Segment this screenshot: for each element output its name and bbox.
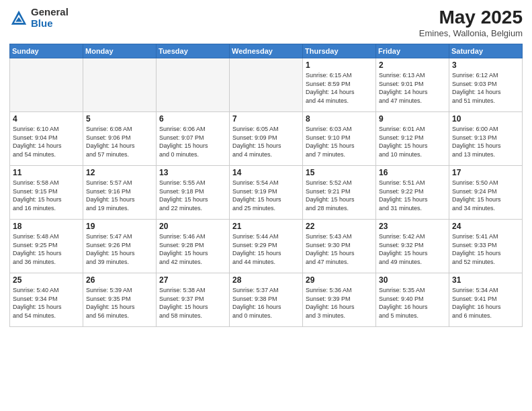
calendar-cell: 10Sunrise: 6:00 AM Sunset: 9:13 PM Dayli… [449,112,523,166]
calendar-cell: 5Sunrise: 6:08 AM Sunset: 9:06 PM Daylig… [83,112,157,166]
day-number: 26 [86,275,153,285]
day-number: 19 [86,222,153,231]
day-info: Sunrise: 5:36 AM Sunset: 9:39 PM Dayligh… [306,286,373,320]
logo: General Blue [9,7,69,29]
day-info: Sunrise: 5:51 AM Sunset: 9:22 PM Dayligh… [379,179,446,212]
day-number: 17 [452,168,519,177]
calendar-cell: 7Sunrise: 6:05 AM Sunset: 9:09 PM Daylig… [230,112,303,166]
weekday-header: Monday [83,44,157,58]
weekday-header: Friday [376,44,449,58]
calendar-cell: 31Sunrise: 5:34 AM Sunset: 9:41 PM Dayli… [449,273,523,327]
calendar-header-row: SundayMondayTuesdayWednesdayThursdayFrid… [10,44,523,58]
day-info: Sunrise: 5:58 AM Sunset: 9:15 PM Dayligh… [13,179,80,212]
day-number: 24 [452,222,519,231]
day-number: 13 [159,168,226,177]
day-info: Sunrise: 5:47 AM Sunset: 9:26 PM Dayligh… [86,232,153,266]
day-info: Sunrise: 6:08 AM Sunset: 9:06 PM Dayligh… [86,125,153,158]
calendar-cell: 22Sunrise: 5:43 AM Sunset: 9:30 PM Dayli… [303,220,376,273]
calendar-cell: 8Sunrise: 6:03 AM Sunset: 9:10 PM Daylig… [303,112,376,166]
calendar-cell: 11Sunrise: 5:58 AM Sunset: 9:15 PM Dayli… [10,166,83,220]
calendar-cell: 20Sunrise: 5:46 AM Sunset: 9:28 PM Dayli… [157,220,230,273]
day-info: Sunrise: 5:57 AM Sunset: 9:16 PM Dayligh… [86,179,153,212]
calendar-cell: 28Sunrise: 5:37 AM Sunset: 9:38 PM Dayli… [230,273,303,327]
day-number: 4 [13,114,80,124]
calendar-cell: 29Sunrise: 5:36 AM Sunset: 9:39 PM Dayli… [303,273,376,327]
page: General Blue May 2025 Emines, Wallonia, … [0,0,532,411]
title-area: May 2025 Emines, Wallonia, Belgium [419,7,523,38]
calendar-cell [83,58,157,112]
day-number: 31 [452,275,519,285]
day-number: 8 [306,114,373,124]
logo-general-text: General [31,7,69,18]
day-info: Sunrise: 6:15 AM Sunset: 8:59 PM Dayligh… [306,71,373,105]
day-info: Sunrise: 5:39 AM Sunset: 9:35 PM Dayligh… [86,286,153,320]
day-info: Sunrise: 5:54 AM Sunset: 9:19 PM Dayligh… [232,179,300,212]
weekday-header: Sunday [10,44,83,58]
day-info: Sunrise: 5:35 AM Sunset: 9:40 PM Dayligh… [379,286,446,320]
day-number: 6 [159,114,226,124]
calendar-cell: 13Sunrise: 5:55 AM Sunset: 9:18 PM Dayli… [157,166,230,220]
day-info: Sunrise: 5:48 AM Sunset: 9:25 PM Dayligh… [13,232,80,266]
calendar-cell: 30Sunrise: 5:35 AM Sunset: 9:40 PM Dayli… [376,273,449,327]
day-info: Sunrise: 6:12 AM Sunset: 9:03 PM Dayligh… [452,71,519,105]
logo-icon [9,9,28,28]
day-number: 10 [452,114,519,124]
day-number: 25 [13,275,80,285]
day-number: 11 [13,168,80,177]
day-number: 3 [452,60,519,70]
day-number: 28 [232,275,300,285]
day-info: Sunrise: 5:41 AM Sunset: 9:33 PM Dayligh… [452,232,519,266]
day-info: Sunrise: 6:03 AM Sunset: 9:10 PM Dayligh… [306,125,373,158]
calendar-cell: 3Sunrise: 6:12 AM Sunset: 9:03 PM Daylig… [449,58,523,112]
calendar-cell: 12Sunrise: 5:57 AM Sunset: 9:16 PM Dayli… [83,166,157,220]
day-number: 20 [159,222,226,231]
day-info: Sunrise: 6:13 AM Sunset: 9:01 PM Dayligh… [379,71,446,105]
day-number: 18 [13,222,80,231]
calendar-cell: 26Sunrise: 5:39 AM Sunset: 9:35 PM Dayli… [83,273,157,327]
day-number: 16 [379,168,446,177]
day-info: Sunrise: 5:40 AM Sunset: 9:34 PM Dayligh… [13,286,80,320]
calendar-cell: 15Sunrise: 5:52 AM Sunset: 9:21 PM Dayli… [303,166,376,220]
calendar-cell: 1Sunrise: 6:15 AM Sunset: 8:59 PM Daylig… [303,58,376,112]
weekday-header: Thursday [303,44,376,58]
calendar-week-row: 4Sunrise: 6:10 AM Sunset: 9:04 PM Daylig… [10,112,523,166]
day-info: Sunrise: 5:37 AM Sunset: 9:38 PM Dayligh… [232,286,300,320]
day-number: 27 [159,275,226,285]
calendar-week-row: 25Sunrise: 5:40 AM Sunset: 9:34 PM Dayli… [10,273,523,327]
day-number: 1 [306,60,373,70]
weekday-header: Wednesday [230,44,303,58]
calendar-cell [10,58,83,112]
calendar-cell: 16Sunrise: 5:51 AM Sunset: 9:22 PM Dayli… [376,166,449,220]
day-info: Sunrise: 5:44 AM Sunset: 9:29 PM Dayligh… [232,232,300,266]
day-number: 2 [379,60,446,70]
day-number: 9 [379,114,446,124]
day-info: Sunrise: 6:01 AM Sunset: 9:12 PM Dayligh… [379,125,446,158]
day-number: 12 [86,168,153,177]
calendar-week-row: 11Sunrise: 5:58 AM Sunset: 9:15 PM Dayli… [10,166,523,220]
day-number: 15 [306,168,373,177]
calendar-cell [157,58,230,112]
weekday-header: Tuesday [157,44,230,58]
day-info: Sunrise: 6:10 AM Sunset: 9:04 PM Dayligh… [13,125,80,158]
day-number: 21 [232,222,300,231]
calendar-week-row: 18Sunrise: 5:48 AM Sunset: 9:25 PM Dayli… [10,220,523,273]
calendar-cell: 27Sunrise: 5:38 AM Sunset: 9:37 PM Dayli… [157,273,230,327]
header: General Blue May 2025 Emines, Wallonia, … [9,7,523,38]
day-number: 23 [379,222,446,231]
day-info: Sunrise: 5:46 AM Sunset: 9:28 PM Dayligh… [159,232,226,266]
calendar-cell: 6Sunrise: 6:06 AM Sunset: 9:07 PM Daylig… [157,112,230,166]
calendar-cell: 2Sunrise: 6:13 AM Sunset: 9:01 PM Daylig… [376,58,449,112]
day-info: Sunrise: 5:50 AM Sunset: 9:24 PM Dayligh… [452,179,519,212]
day-number: 29 [306,275,373,285]
day-info: Sunrise: 5:55 AM Sunset: 9:18 PM Dayligh… [159,179,226,212]
day-number: 7 [232,114,300,124]
calendar-table: SundayMondayTuesdayWednesdayThursdayFrid… [9,44,523,327]
calendar-cell: 9Sunrise: 6:01 AM Sunset: 9:12 PM Daylig… [376,112,449,166]
weekday-header: Saturday [449,44,523,58]
calendar-week-row: 1Sunrise: 6:15 AM Sunset: 8:59 PM Daylig… [10,58,523,112]
logo-text: General Blue [31,7,69,29]
calendar-cell: 25Sunrise: 5:40 AM Sunset: 9:34 PM Dayli… [10,273,83,327]
day-number: 14 [232,168,300,177]
calendar-cell [230,58,303,112]
calendar-cell: 21Sunrise: 5:44 AM Sunset: 9:29 PM Dayli… [230,220,303,273]
